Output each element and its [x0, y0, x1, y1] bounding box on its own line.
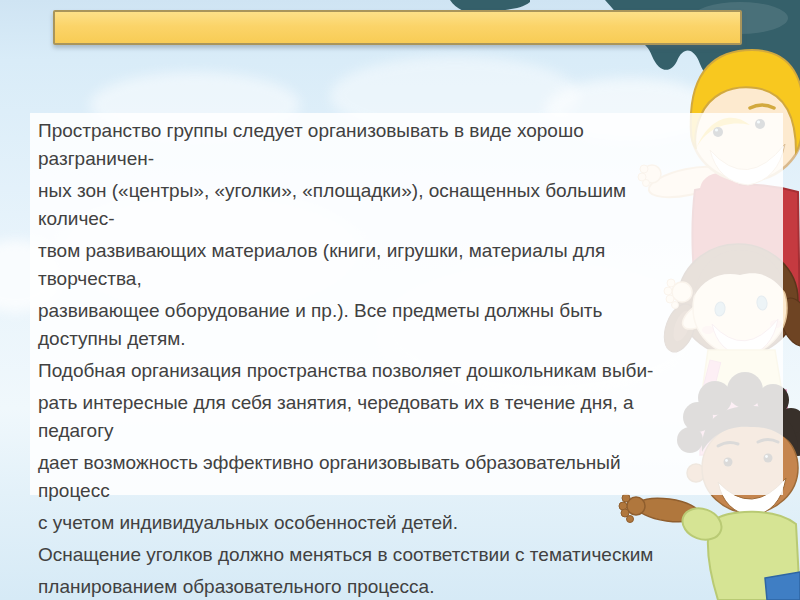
paragraph: Пространство группы следует организовыва…: [38, 117, 778, 173]
slide: { "slide": { "title_bar": { "text": "" }…: [0, 0, 800, 600]
paragraph: планированием образовательного процесса.: [38, 573, 778, 600]
text-line: творчества,: [38, 265, 778, 293]
paragraph: дает возможность эффективно организовыва…: [38, 449, 778, 505]
text-line: планированием образовательного процесса.: [38, 573, 778, 600]
text-line: Подобная организация пространства позвол…: [38, 357, 778, 385]
paragraph: Оснащение уголков должно меняться в соот…: [38, 541, 778, 569]
text-line: развивающее оборудование и пр.). Все пре…: [38, 297, 778, 325]
text-line: твом развивающих материалов (книги, игру…: [38, 237, 778, 265]
text-line: с учетом индивидуальных особенностей дет…: [38, 509, 778, 537]
paragraph: с учетом индивидуальных особенностей дет…: [38, 509, 778, 537]
text-line: процесс: [38, 477, 778, 505]
paragraph: рать интересные для себя занятия, чередо…: [38, 389, 778, 445]
title-placeholder: [53, 10, 742, 45]
text-line: Оснащение уголков должно меняться в соот…: [38, 541, 778, 569]
text-line: количес-: [38, 205, 778, 233]
text-line: разграничен-: [38, 145, 778, 173]
text-line: доступны детям.: [38, 325, 778, 353]
text-line: Пространство группы следует организовыва…: [38, 117, 778, 145]
text-line: рать интересные для себя занятия, чередо…: [38, 389, 778, 417]
body-text: Пространство группы следует организовыва…: [38, 117, 778, 600]
text-line: дает возможность эффективно организовыва…: [38, 449, 778, 477]
paragraph: Подобная организация пространства позвол…: [38, 357, 778, 385]
paragraph: ных зон («центры», «уголки», «площадки»)…: [38, 177, 778, 233]
paragraph: развивающее оборудование и пр.). Все пре…: [38, 297, 778, 353]
text-line: ных зон («центры», «уголки», «площадки»)…: [38, 177, 778, 205]
text-line: педагогу: [38, 417, 778, 445]
paragraph: твом развивающих материалов (книги, игру…: [38, 237, 778, 293]
